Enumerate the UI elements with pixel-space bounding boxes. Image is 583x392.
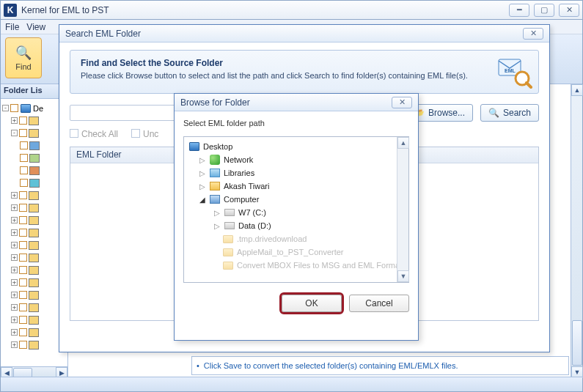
expand-icon[interactable]: +: [11, 317, 18, 323]
expand-icon[interactable]: +: [11, 279, 18, 286]
browse-tree-vscroll[interactable]: ▲ ▼: [397, 137, 408, 282]
content-vscroll[interactable]: ▲ ▼: [571, 84, 582, 378]
tree-checkbox[interactable]: [19, 278, 27, 286]
tree-checkbox[interactable]: [19, 328, 27, 336]
folder-icon: [29, 278, 39, 287]
bullet-icon: •: [197, 361, 199, 370]
search-dialog-close-button[interactable]: ✕: [523, 28, 543, 40]
expand-icon[interactable]: +: [11, 192, 18, 199]
maximize-button[interactable]: ▢: [534, 4, 554, 17]
expand-icon[interactable]: +: [11, 204, 18, 211]
magnifier-icon: 🔍: [488, 108, 499, 118]
folder-icon: [29, 303, 39, 312]
folder-icon: [29, 316, 39, 325]
tree-checkbox[interactable]: [20, 141, 28, 149]
folder-icon: [29, 291, 39, 300]
search-button[interactable]: 🔍 Search: [480, 104, 539, 122]
expand-icon[interactable]: ▷: [199, 156, 206, 164]
expand-icon[interactable]: ▷: [213, 222, 221, 230]
node-computer[interactable]: Computer: [224, 195, 259, 204]
scroll-thumb[interactable]: [572, 320, 582, 366]
node-user[interactable]: Akash Tiwari: [224, 182, 269, 191]
libraries-icon: [209, 167, 221, 179]
browse-dialog-title: Browse for Folder: [180, 97, 250, 108]
browse-tree[interactable]: Desktop ▷Network ▷Libraries ▷Akash Tiwar…: [184, 137, 397, 282]
search-dialog-header: Find and Select the Source Folder Please…: [70, 50, 539, 94]
tree-checkbox[interactable]: [20, 166, 28, 174]
uncheckall-checkbox[interactable]: [131, 129, 140, 138]
item-icon: [29, 154, 40, 163]
folder-icon: [222, 233, 234, 245]
item-icon: [29, 179, 40, 188]
node-network[interactable]: Network: [224, 155, 253, 164]
tree-checkbox[interactable]: [20, 179, 28, 187]
expand-icon[interactable]: +: [11, 292, 18, 298]
item-icon: [29, 166, 40, 175]
tree-checkbox[interactable]: [19, 316, 27, 324]
tree-checkbox[interactable]: [19, 241, 27, 249]
eml-search-icon: EML: [497, 56, 532, 89]
node-data[interactable]: Data (D:): [238, 221, 271, 230]
menu-view[interactable]: View: [26, 22, 45, 32]
tree-checkbox[interactable]: [20, 154, 28, 162]
ok-button-label: OK: [305, 298, 318, 308]
tree-checkbox[interactable]: [19, 229, 27, 237]
folder-tree[interactable]: -De + - + + + + + + + + + + + + +: [1, 99, 67, 366]
folder-icon: [29, 328, 39, 337]
expand-icon[interactable]: +: [11, 341, 18, 348]
expand-icon[interactable]: +: [11, 267, 18, 273]
node-convert[interactable]: Convert MBOX Files to MSG and EML Format…: [237, 261, 397, 270]
app-icon: K: [4, 4, 17, 17]
find-label: Find: [15, 62, 31, 71]
close-button[interactable]: ✕: [559, 4, 579, 17]
tree-checkbox[interactable]: [19, 204, 27, 212]
app-title: Kernel for EML to PST: [21, 5, 509, 15]
checkall-label: Check All: [81, 129, 118, 139]
tree-checkbox[interactable]: [19, 129, 27, 137]
scroll-up-icon[interactable]: ▲: [397, 137, 409, 149]
cancel-button[interactable]: Cancel: [349, 295, 409, 312]
tree-checkbox[interactable]: [19, 341, 27, 349]
tree-checkbox[interactable]: [10, 104, 18, 112]
expand-icon[interactable]: ▷: [213, 209, 221, 217]
minimize-button[interactable]: ━: [509, 4, 529, 17]
node-w7[interactable]: W7 (C:): [238, 208, 266, 217]
search-button-label: Search: [503, 108, 531, 118]
node-desktop[interactable]: Desktop: [203, 142, 232, 151]
tree-checkbox[interactable]: [19, 291, 27, 299]
tree-checkbox[interactable]: [19, 303, 27, 311]
expand-icon[interactable]: +: [11, 229, 18, 236]
browse-button-label: Browse...: [428, 108, 465, 118]
expand-icon[interactable]: -: [11, 130, 18, 136]
tree-checkbox[interactable]: [19, 254, 27, 262]
browse-dialog-close-button[interactable]: ✕: [392, 97, 412, 108]
ok-button[interactable]: OK: [282, 295, 342, 312]
node-tmp[interactable]: .tmp.drivedownload: [237, 234, 307, 243]
expand-icon[interactable]: ▷: [199, 182, 206, 191]
tree-checkbox[interactable]: [19, 266, 27, 274]
scroll-up-icon[interactable]: ▲: [571, 84, 583, 96]
expand-icon[interactable]: +: [11, 117, 18, 124]
expand-icon[interactable]: +: [11, 254, 18, 261]
tree-checkbox[interactable]: [19, 216, 27, 224]
checkall-checkbox[interactable]: [70, 129, 78, 138]
tree-checkbox[interactable]: [19, 191, 27, 199]
tree-checkbox[interactable]: [19, 117, 27, 125]
menu-file[interactable]: File: [5, 22, 19, 32]
collapse-icon[interactable]: ◢: [199, 196, 206, 204]
drive-icon: [224, 220, 235, 232]
node-libraries[interactable]: Libraries: [224, 169, 254, 177]
computer-icon: [209, 193, 221, 205]
node-apple[interactable]: AppleMail_to_PST_Converter: [237, 248, 344, 256]
find-button[interactable]: 🔍 Find: [5, 37, 42, 78]
expand-icon[interactable]: +: [11, 242, 18, 248]
folder-icon: [29, 254, 39, 262]
expand-icon[interactable]: ▷: [199, 169, 206, 177]
folder-icon: [29, 216, 39, 225]
expand-icon[interactable]: +: [11, 304, 18, 311]
expand-icon[interactable]: -: [2, 105, 9, 111]
expand-icon[interactable]: +: [11, 217, 18, 223]
expand-icon[interactable]: +: [11, 329, 18, 336]
scroll-down-icon[interactable]: ▼: [397, 270, 409, 282]
folder-icon: [29, 204, 39, 212]
